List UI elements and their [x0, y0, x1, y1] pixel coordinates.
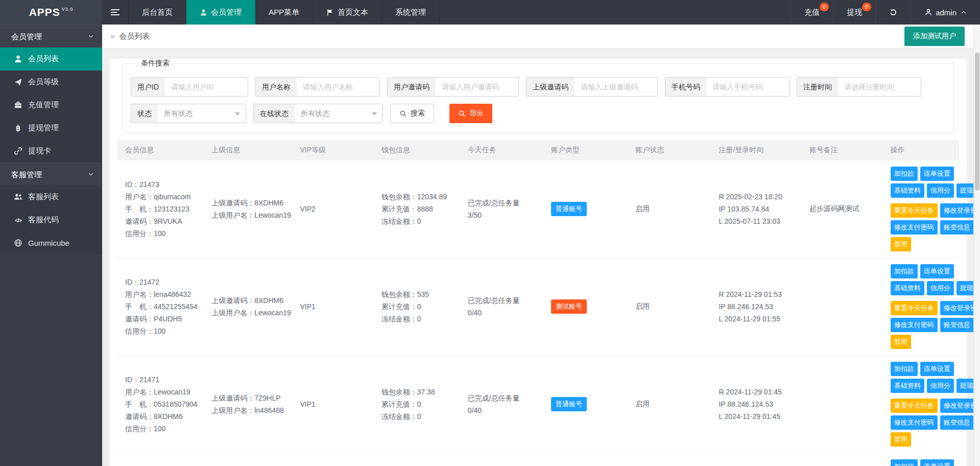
credit-score-button[interactable]: 信用分: [927, 183, 954, 198]
add-deduct-button[interactable]: 加扣款: [891, 362, 918, 376]
sidebar-item-gummicube[interactable]: Gummicube: [0, 231, 102, 254]
account-type-cell: 普通账号: [543, 453, 628, 466]
register-time-field-group: 注册时间: [797, 77, 921, 97]
sidebar-item-withdraw-card[interactable]: 提现卡: [0, 139, 102, 162]
disable-button[interactable]: 禁用: [891, 335, 911, 349]
status-select[interactable]: 所有状态: [158, 104, 246, 123]
nav-item-label: 会员管理: [211, 8, 242, 17]
sidebar-group-0[interactable]: 会员管理: [0, 25, 102, 48]
combo-settings-button[interactable]: 连单设置: [920, 264, 954, 278]
sidebar-item-member-list[interactable]: 会员列表: [0, 48, 102, 71]
member-info-cell: ID：21470用户名：Celebi21手 机：05312069070邀请码：S…: [117, 453, 204, 466]
search-panel-legend: 条件搜索: [136, 59, 175, 68]
caret-down-icon: [372, 112, 377, 115]
actions-wrap: 加扣款连单设置基础资料信用分提现卡重置今天任务修改登录密码修改支付密码账变信息禁…: [891, 167, 980, 251]
sidebar-item-member-level[interactable]: 会员等级: [0, 71, 102, 94]
disable-button[interactable]: 禁用: [891, 237, 911, 251]
status-select-label: 状态: [131, 104, 158, 123]
sidebar-item-service-list[interactable]: 客服列表: [0, 185, 102, 208]
info-line: 信用分：100: [125, 325, 201, 337]
refresh-button[interactable]: [875, 0, 911, 25]
breadcrumb: » 会员列表 添加测试用户: [102, 25, 980, 49]
add-deduct-button[interactable]: 加扣款: [891, 459, 918, 466]
add-deduct-button[interactable]: 加扣款: [891, 167, 918, 181]
info-line: 上级用户名：Lewocan19: [211, 209, 289, 221]
info-line: 上级邀请码：7Z9HLP: [211, 392, 289, 404]
register-time-input[interactable]: [838, 78, 921, 96]
withdraw-shortcut[interactable]: 提现0: [833, 0, 875, 25]
search-button[interactable]: 搜索: [390, 104, 434, 123]
page-scrollbar[interactable]: [973, 25, 980, 466]
user-name: admin: [936, 8, 957, 17]
user-id-input[interactable]: [165, 78, 248, 96]
reset-today-tasks-button[interactable]: 重置今天任务: [891, 301, 938, 315]
account-change-info-button[interactable]: 账变信息: [940, 318, 974, 332]
account-change-info-button[interactable]: 账变信息: [940, 220, 974, 235]
sidebar-item-withdraw-management[interactable]: ฿提现管理: [0, 116, 102, 139]
nav-item-member-management[interactable]: 会员管理: [186, 0, 255, 25]
basic-info-button[interactable]: 基础资料: [891, 281, 924, 295]
phone-number-input[interactable]: [706, 78, 789, 96]
member-row: ID：21470用户名：Celebi21手 机：05312069070邀请码：S…: [117, 453, 959, 466]
nav-item-system-management[interactable]: 系统管理: [382, 0, 440, 25]
action-group: 重置今天任务修改登录密码修改支付密码账变信息禁用: [891, 203, 980, 251]
person-icon: [14, 55, 22, 63]
admin-screen: APPS V3.0 后台首页会员管理APP菜单首页文本系统管理 充值0提现0 a…: [0, 0, 980, 466]
bitcoin-icon: ฿: [14, 124, 22, 132]
change-pay-password-button[interactable]: 修改支付密码: [891, 220, 938, 235]
export-search-icon: [458, 110, 466, 118]
parent-invite-code-field-group: 上级邀请码: [526, 77, 658, 97]
user-menu[interactable]: admin: [911, 0, 980, 25]
add-deduct-button[interactable]: 加扣款: [891, 264, 918, 278]
paper-plane-icon: [14, 78, 22, 86]
recharge-badge: 0: [820, 3, 829, 11]
sidebar-item-label: 提现管理: [28, 123, 59, 133]
sidebar-item-service-code[interactable]: </>客服代码: [0, 208, 102, 231]
basic-info-button[interactable]: 基础资料: [891, 183, 924, 198]
credit-score-button[interactable]: 信用分: [927, 379, 954, 393]
wallet-info-cell: 钱包余额：10累计充值：0冻结金额：0: [374, 453, 460, 466]
column-header-7: 注册/登录时间: [711, 140, 801, 160]
nav-item-app-menu[interactable]: APP菜单: [255, 0, 313, 25]
credit-score-button[interactable]: 信用分: [927, 281, 954, 295]
export-button-label: 导出: [469, 109, 484, 118]
change-pay-password-button[interactable]: 修改支付密码: [891, 318, 938, 332]
wallet-info-cell: 钱包余额：37.38累计充值：0冻结金额：0: [374, 356, 460, 453]
actions-cell: 加扣款连单设置基础资料信用分提现卡重置今天任务修改登录密码修改支付密码账变信息禁…: [883, 453, 959, 466]
disable-button[interactable]: 禁用: [891, 432, 911, 447]
app-logo-text: APPS: [29, 6, 60, 18]
sidebar-group-1[interactable]: 客服管理: [0, 162, 102, 185]
page-scrollbar-thumb[interactable]: [975, 53, 979, 191]
account-type-cell: 普通账号: [543, 356, 628, 453]
change-pay-password-button[interactable]: 修改支付密码: [891, 415, 938, 430]
add-test-user-button[interactable]: 添加测试用户: [904, 27, 965, 46]
sidebar-item-recharge-management[interactable]: 充值管理: [0, 94, 102, 116]
actions-cell: 加扣款连单设置基础资料信用分提现卡重置今天任务修改登录密码修改支付密码账变信息禁…: [883, 160, 959, 258]
reset-today-tasks-button[interactable]: 重置今天任务: [891, 399, 938, 413]
export-button[interactable]: 导出: [449, 104, 492, 123]
column-header-9: 操作: [883, 140, 959, 160]
sidebar-toggle-icon[interactable]: [102, 0, 129, 25]
user-invite-code-input[interactable]: [436, 78, 518, 96]
chevron-down-icon: [88, 171, 94, 177]
actions-cell: 加扣款连单设置基础资料信用分提现卡重置今天任务修改登录密码修改支付密码账变信息禁…: [883, 258, 959, 356]
recharge-shortcut[interactable]: 充值0: [791, 0, 833, 25]
combo-settings-button[interactable]: 连单设置: [920, 362, 954, 376]
account-change-info-button[interactable]: 账变信息: [940, 415, 974, 430]
parent-invite-code-input[interactable]: [575, 78, 657, 96]
time-cell: R 2024-11-29 01:45IP 88.246.124.53L 2024…: [711, 356, 801, 453]
withdraw-badge: 0: [862, 3, 871, 11]
user-name-input[interactable]: [297, 78, 379, 96]
online-status-select[interactable]: 所有状态: [295, 104, 383, 123]
action-group: 加扣款连单设置基础资料信用分提现卡: [891, 459, 980, 466]
nav-item-home-text[interactable]: 首页文本: [313, 0, 382, 25]
info-line: 上级用户名：Lewocan19: [211, 307, 289, 319]
members-table-body: ID：21473用户名：qibumacom手 机：123123123邀请码：9R…: [117, 160, 959, 466]
reset-today-tasks-button[interactable]: 重置今天任务: [891, 203, 938, 218]
nav-item-dashboard[interactable]: 后台首页: [129, 0, 186, 25]
remark-cell: 起步源码网测试: [802, 160, 883, 258]
parent-info-cell: 上级邀请码：8XDHM6上级用户名：Lewocan19: [204, 160, 292, 258]
combo-settings-button[interactable]: 连单设置: [920, 167, 954, 181]
basic-info-button[interactable]: 基础资料: [891, 379, 924, 393]
combo-settings-button[interactable]: 连单设置: [920, 459, 954, 466]
